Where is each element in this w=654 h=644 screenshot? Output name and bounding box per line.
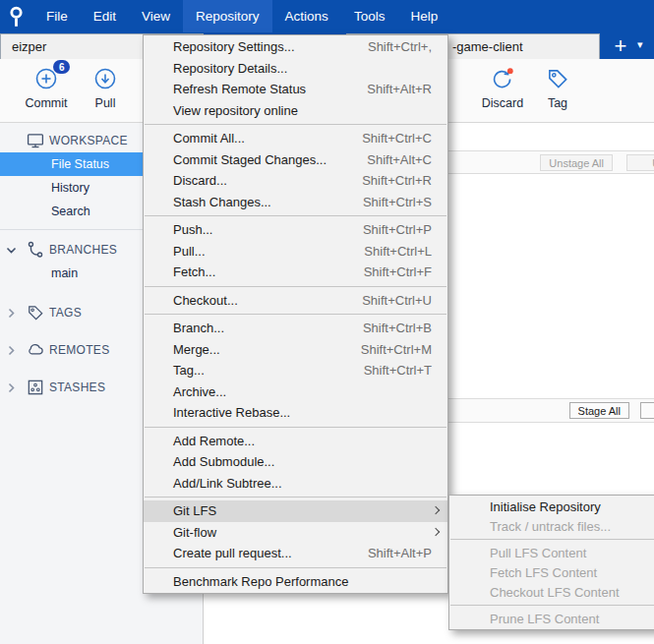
menu-item-stash-changes[interactable]: Stash Changes...Shift+Ctrl+S [144, 192, 447, 213]
unstage-selected-button: Uns [626, 154, 654, 171]
workspace-label: WORKSPACE [49, 134, 128, 147]
menu-item-git-flow[interactable]: Git-flow [144, 522, 447, 544]
sourcetree-window: FileEditViewRepositoryActionsToolsHelp -… [0, 0, 654, 644]
menu-item-benchmark-repo-performance[interactable]: Benchmark Repo Performance [144, 571, 447, 593]
menu-item-add-remote[interactable]: Add Remote... [144, 431, 447, 452]
menu-item-label: Track / untrack files... [490, 519, 652, 534]
menu-item-refresh-remote-status[interactable]: Refresh Remote StatusShift+Alt+R [144, 79, 447, 100]
menu-item-label: Add Remote... [173, 434, 432, 448]
menu-item-push[interactable]: Push...Shift+Ctrl+P [144, 219, 447, 241]
menu-item-checkout-lfs-content: Checkout LFS Content [449, 582, 654, 602]
menu-separator [145, 215, 446, 216]
menubar-item-edit[interactable]: Edit [81, 0, 129, 32]
menu-item-create-pull-request[interactable]: Create pull request...Shift+Alt+P [144, 543, 447, 564]
chevron-right-icon[interactable] [0, 345, 22, 356]
menu-item-commit-all[interactable]: Commit All...Shift+Ctrl+C [144, 128, 447, 149]
menu-item-label: Add Submodule... [173, 454, 432, 469]
menu-item-pull-lfs-content: Pull LFS Content [449, 543, 654, 562]
menu-item-repository-settings[interactable]: Repository Settings...Shift+Ctrl+, [144, 36, 447, 58]
remotes-label: REMOTES [49, 343, 109, 357]
tab-list-caret-icon[interactable]: ▾ [637, 38, 643, 51]
menu-separator [145, 427, 446, 428]
menu-item-fetch[interactable]: Fetch...Shift+Ctrl+F [144, 262, 447, 283]
stage-all-button[interactable]: Stage All [569, 402, 629, 419]
chevron-right-icon[interactable] [0, 308, 22, 319]
menu-item-add-link-subtree[interactable]: Add/Link Subtree... [144, 473, 447, 495]
menu-item-repository-details[interactable]: Repository Details... [144, 58, 447, 80]
chevron-down-icon[interactable] [0, 246, 22, 255]
menu-item-branch[interactable]: Branch...Shift+Ctrl+B [144, 318, 447, 339]
repo-tab-label: -game-client [452, 39, 523, 54]
menu-item-label: Tag... [173, 363, 340, 378]
menu-item-label: Initialise Repository [490, 499, 652, 514]
menu-separator [145, 497, 446, 498]
menu-item-label: Checkout LFS Content [490, 585, 652, 600]
menu-item-commit-staged-changes[interactable]: Commit Staged Changes...Shift+Alt+C [144, 149, 447, 171]
new-tab-button[interactable]: + [609, 34, 632, 58]
pull-button[interactable]: Pull [61, 65, 149, 110]
pull-label: Pull [95, 96, 116, 110]
menubar-item-help[interactable]: Help [397, 0, 450, 32]
commit-icon: 6 [32, 65, 60, 92]
menubar-item-repository[interactable]: Repository [183, 0, 272, 32]
discard-icon [489, 65, 516, 92]
menu-item-pull[interactable]: Pull...Shift+Ctrl+L [144, 241, 447, 263]
menu-item-label: Fetch... [173, 264, 340, 279]
menu-item-archive[interactable]: Archive... [144, 381, 447, 403]
menu-item-label: Create pull request... [173, 546, 344, 560]
menu-item-checkout[interactable]: Checkout...Shift+Ctrl+U [144, 290, 447, 312]
menu-separator [450, 539, 654, 540]
menu-separator [145, 567, 446, 568]
menu-item-shortcut: Shift+Ctrl+U [362, 293, 432, 308]
cloud-icon [22, 340, 49, 360]
menu-item-git-lfs[interactable]: Git LFS [144, 500, 447, 522]
submenu-arrow-icon [432, 527, 440, 535]
menu-separator [450, 605, 654, 606]
menu-item-label: Commit All... [173, 131, 338, 146]
menu-item-view-repository-online[interactable]: View repository online [144, 100, 447, 122]
tags-icon [22, 303, 49, 322]
menu-item-label: Prune LFS Content [490, 612, 652, 626]
menu-item-label: Benchmark Repo Performance [173, 574, 432, 589]
unstage-all-button: Unstage All [540, 154, 613, 171]
menu-item-track-untrack-files: Track / untrack files... [449, 516, 654, 536]
menu-item-shortcut: Shift+Ctrl+T [364, 363, 432, 378]
pull-icon [91, 65, 119, 92]
menu-item-label: Stash Changes... [173, 195, 339, 209]
menu-item-fetch-lfs-content: Fetch LFS Content [449, 562, 654, 582]
menu-item-label: Discard... [173, 173, 338, 188]
menu-item-shortcut: Shift+Ctrl+F [364, 264, 432, 279]
menubar: FileEditViewRepositoryActionsToolsHelp [0, 0, 654, 32]
menubar-item-view[interactable]: View [129, 0, 183, 32]
menu-item-add-submodule[interactable]: Add Submodule... [144, 451, 447, 473]
menu-item-prune-lfs-content: Prune LFS Content [449, 609, 654, 628]
menu-item-label: Repository Details... [173, 61, 432, 76]
menu-item-shortcut: Shift+Ctrl+M [361, 342, 432, 357]
menu-item-label: Repository Settings... [173, 39, 344, 54]
menu-item-label: Push... [173, 222, 339, 237]
tag-button[interactable]: Tag [513, 65, 602, 110]
menu-item-initialise-repository[interactable]: Initialise Repository [449, 497, 654, 516]
submenu-arrow-icon [432, 506, 440, 514]
stage-selected-button[interactable]: S [640, 402, 654, 419]
menu-item-shortcut: Shift+Ctrl+L [364, 244, 432, 259]
menu-item-merge[interactable]: Merge...Shift+Ctrl+M [144, 339, 447, 361]
menu-item-shortcut: Shift+Ctrl+P [363, 222, 432, 237]
menu-item-label: Git LFS [173, 503, 432, 518]
chevron-right-icon[interactable] [0, 382, 22, 393]
menu-item-interactive-rebase[interactable]: Interactive Rebase... [144, 402, 447, 424]
menu-item-label: Merge... [173, 342, 337, 357]
repo-tab-label: eizper [12, 39, 46, 54]
menu-separator [145, 286, 446, 287]
menubar-item-actions[interactable]: Actions [272, 0, 341, 32]
menu-item-discard[interactable]: Discard...Shift+Ctrl+R [144, 170, 447, 192]
menubar-item-file[interactable]: File [33, 0, 81, 32]
monitor-icon [22, 131, 49, 150]
menu-item-label: Fetch LFS Content [490, 565, 652, 580]
menu-item-label: Archive... [173, 384, 432, 399]
menubar-item-tools[interactable]: Tools [341, 0, 398, 32]
menu-item-label: Refresh Remote Status [173, 82, 343, 96]
stash-icon [22, 378, 49, 397]
menu-item-tag[interactable]: Tag...Shift+Ctrl+T [144, 360, 447, 381]
tags-label: TAGS [49, 306, 82, 320]
